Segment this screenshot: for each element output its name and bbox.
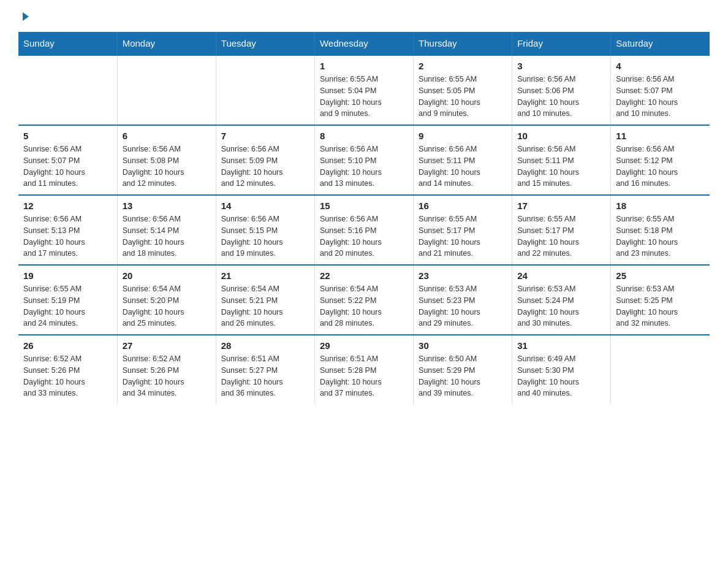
day-info: Sunrise: 6:55 AM Sunset: 5:17 PM Dayligh… (517, 213, 605, 259)
calendar-week-5: 26Sunrise: 6:52 AM Sunset: 5:26 PM Dayli… (18, 335, 710, 404)
day-info: Sunrise: 6:53 AM Sunset: 5:24 PM Dayligh… (517, 283, 605, 329)
header-wednesday: Wednesday (314, 32, 413, 55)
day-info: Sunrise: 6:56 AM Sunset: 5:11 PM Dayligh… (419, 144, 507, 190)
day-info: Sunrise: 6:51 AM Sunset: 5:27 PM Dayligh… (221, 353, 309, 399)
page-header (18, 12, 710, 26)
day-info: Sunrise: 6:53 AM Sunset: 5:25 PM Dayligh… (616, 283, 705, 329)
calendar-cell: 9Sunrise: 6:56 AM Sunset: 5:11 PM Daylig… (414, 125, 512, 195)
day-info: Sunrise: 6:54 AM Sunset: 5:22 PM Dayligh… (320, 283, 408, 329)
calendar-cell: 30Sunrise: 6:50 AM Sunset: 5:29 PM Dayli… (414, 335, 512, 404)
day-number: 30 (419, 340, 507, 351)
calendar-cell: 28Sunrise: 6:51 AM Sunset: 5:27 PM Dayli… (216, 335, 314, 404)
day-number: 1 (320, 61, 408, 71)
day-number: 13 (123, 201, 211, 211)
day-number: 29 (320, 340, 408, 351)
day-info: Sunrise: 6:56 AM Sunset: 5:07 PM Dayligh… (23, 144, 112, 190)
day-info: Sunrise: 6:55 AM Sunset: 5:04 PM Dayligh… (320, 74, 408, 120)
day-info: Sunrise: 6:54 AM Sunset: 5:20 PM Dayligh… (123, 283, 211, 329)
calendar-cell: 4Sunrise: 6:56 AM Sunset: 5:07 PM Daylig… (611, 55, 710, 125)
day-info: Sunrise: 6:55 AM Sunset: 5:18 PM Dayligh… (616, 213, 705, 259)
day-number: 19 (23, 270, 112, 281)
calendar-cell: 6Sunrise: 6:56 AM Sunset: 5:08 PM Daylig… (117, 125, 216, 195)
calendar-cell: 14Sunrise: 6:56 AM Sunset: 5:15 PM Dayli… (216, 195, 314, 265)
day-info: Sunrise: 6:56 AM Sunset: 5:16 PM Dayligh… (320, 213, 408, 259)
calendar-cell: 11Sunrise: 6:56 AM Sunset: 5:12 PM Dayli… (611, 125, 710, 195)
day-number: 17 (517, 201, 605, 211)
calendar-week-4: 19Sunrise: 6:55 AM Sunset: 5:19 PM Dayli… (18, 265, 710, 335)
calendar-cell: 29Sunrise: 6:51 AM Sunset: 5:28 PM Dayli… (314, 335, 413, 404)
calendar-cell: 17Sunrise: 6:55 AM Sunset: 5:17 PM Dayli… (512, 195, 611, 265)
calendar-cell: 27Sunrise: 6:52 AM Sunset: 5:26 PM Dayli… (117, 335, 216, 404)
day-info: Sunrise: 6:51 AM Sunset: 5:28 PM Dayligh… (320, 353, 408, 399)
calendar-header-row: SundayMondayTuesdayWednesdayThursdayFrid… (18, 32, 710, 55)
day-info: Sunrise: 6:53 AM Sunset: 5:23 PM Dayligh… (419, 283, 507, 329)
day-number: 10 (517, 131, 605, 141)
calendar-cell: 22Sunrise: 6:54 AM Sunset: 5:22 PM Dayli… (314, 265, 413, 335)
day-number: 25 (616, 270, 705, 281)
calendar-cell: 20Sunrise: 6:54 AM Sunset: 5:20 PM Dayli… (117, 265, 216, 335)
day-info: Sunrise: 6:52 AM Sunset: 5:26 PM Dayligh… (23, 353, 112, 399)
calendar-week-1: 1Sunrise: 6:55 AM Sunset: 5:04 PM Daylig… (18, 55, 710, 125)
calendar-cell: 13Sunrise: 6:56 AM Sunset: 5:14 PM Dayli… (117, 195, 216, 265)
calendar-cell: 2Sunrise: 6:55 AM Sunset: 5:05 PM Daylig… (414, 55, 512, 125)
svg-marker-0 (23, 12, 29, 21)
day-info: Sunrise: 6:56 AM Sunset: 5:07 PM Dayligh… (616, 74, 705, 120)
header-tuesday: Tuesday (216, 32, 314, 55)
day-info: Sunrise: 6:56 AM Sunset: 5:10 PM Dayligh… (320, 144, 408, 190)
calendar-table: SundayMondayTuesdayWednesdayThursdayFrid… (18, 32, 710, 404)
logo (18, 12, 31, 26)
day-number: 23 (419, 270, 507, 281)
day-number: 14 (221, 201, 309, 211)
day-number: 27 (123, 340, 211, 351)
day-number: 16 (419, 201, 507, 211)
calendar-cell: 31Sunrise: 6:49 AM Sunset: 5:30 PM Dayli… (512, 335, 611, 404)
calendar-cell: 1Sunrise: 6:55 AM Sunset: 5:04 PM Daylig… (314, 55, 413, 125)
day-number: 2 (419, 61, 507, 71)
day-info: Sunrise: 6:55 AM Sunset: 5:19 PM Dayligh… (23, 283, 112, 329)
day-number: 26 (23, 340, 112, 351)
calendar-cell: 16Sunrise: 6:55 AM Sunset: 5:17 PM Dayli… (414, 195, 512, 265)
calendar-cell: 12Sunrise: 6:56 AM Sunset: 5:13 PM Dayli… (18, 195, 117, 265)
day-info: Sunrise: 6:56 AM Sunset: 5:06 PM Dayligh… (517, 74, 605, 120)
day-info: Sunrise: 6:56 AM Sunset: 5:15 PM Dayligh… (221, 213, 309, 259)
calendar-cell: 24Sunrise: 6:53 AM Sunset: 5:24 PM Dayli… (512, 265, 611, 335)
calendar-cell: 26Sunrise: 6:52 AM Sunset: 5:26 PM Dayli… (18, 335, 117, 404)
calendar-week-3: 12Sunrise: 6:56 AM Sunset: 5:13 PM Dayli… (18, 195, 710, 265)
day-number: 6 (123, 131, 211, 141)
calendar-cell: 23Sunrise: 6:53 AM Sunset: 5:23 PM Dayli… (414, 265, 512, 335)
day-number: 7 (221, 131, 309, 141)
day-number: 3 (517, 61, 605, 71)
day-number: 31 (517, 340, 605, 351)
header-sunday: Sunday (18, 32, 117, 55)
day-info: Sunrise: 6:56 AM Sunset: 5:13 PM Dayligh… (23, 213, 112, 259)
header-monday: Monday (117, 32, 216, 55)
header-saturday: Saturday (611, 32, 710, 55)
day-info: Sunrise: 6:55 AM Sunset: 5:17 PM Dayligh… (419, 213, 507, 259)
header-thursday: Thursday (414, 32, 512, 55)
day-number: 24 (517, 270, 605, 281)
calendar-cell: 3Sunrise: 6:56 AM Sunset: 5:06 PM Daylig… (512, 55, 611, 125)
calendar-cell: 25Sunrise: 6:53 AM Sunset: 5:25 PM Dayli… (611, 265, 710, 335)
logo-arrow-icon (20, 11, 31, 25)
day-info: Sunrise: 6:56 AM Sunset: 5:08 PM Dayligh… (123, 144, 211, 190)
calendar-cell (117, 55, 216, 125)
day-number: 18 (616, 201, 705, 211)
day-info: Sunrise: 6:56 AM Sunset: 5:11 PM Dayligh… (517, 144, 605, 190)
day-number: 20 (123, 270, 211, 281)
day-info: Sunrise: 6:55 AM Sunset: 5:05 PM Dayligh… (419, 74, 507, 120)
calendar-cell (611, 335, 710, 404)
calendar-cell (18, 55, 117, 125)
day-number: 9 (419, 131, 507, 141)
day-number: 22 (320, 270, 408, 281)
day-info: Sunrise: 6:56 AM Sunset: 5:09 PM Dayligh… (221, 144, 309, 190)
day-number: 11 (616, 131, 705, 141)
calendar-cell: 15Sunrise: 6:56 AM Sunset: 5:16 PM Dayli… (314, 195, 413, 265)
calendar-cell: 8Sunrise: 6:56 AM Sunset: 5:10 PM Daylig… (314, 125, 413, 195)
calendar-cell: 21Sunrise: 6:54 AM Sunset: 5:21 PM Dayli… (216, 265, 314, 335)
header-friday: Friday (512, 32, 611, 55)
day-number: 15 (320, 201, 408, 211)
day-number: 12 (23, 201, 112, 211)
day-info: Sunrise: 6:52 AM Sunset: 5:26 PM Dayligh… (123, 353, 211, 399)
day-info: Sunrise: 6:54 AM Sunset: 5:21 PM Dayligh… (221, 283, 309, 329)
day-number: 8 (320, 131, 408, 141)
